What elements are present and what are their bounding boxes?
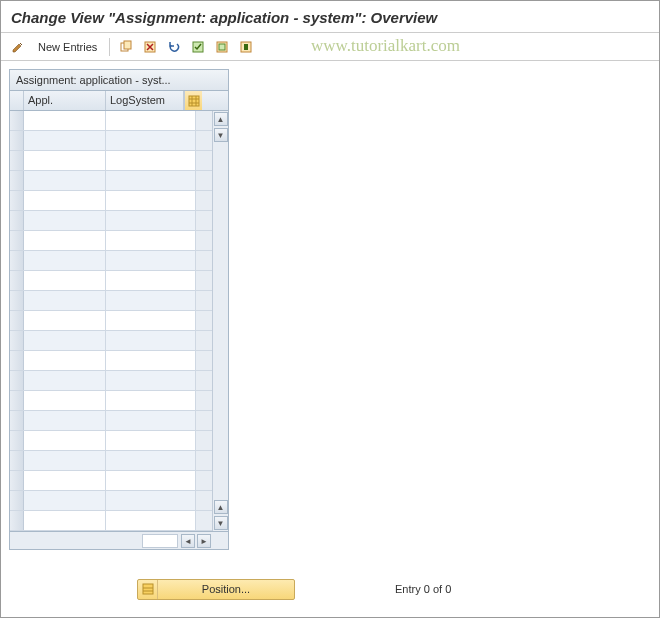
cell-logsystem[interactable]: [106, 491, 196, 510]
row-selector[interactable]: [10, 511, 24, 530]
table-row: [10, 331, 212, 351]
row-selector[interactable]: [10, 431, 24, 450]
position-label: Position...: [158, 583, 294, 595]
row-selector[interactable]: [10, 391, 24, 410]
table-row: [10, 391, 212, 411]
cell-logsystem[interactable]: [106, 251, 196, 270]
scroll-left-icon[interactable]: ◄: [181, 534, 195, 548]
cell-logsystem[interactable]: [106, 191, 196, 210]
cell-logsystem[interactable]: [106, 151, 196, 170]
svg-rect-8: [189, 96, 199, 106]
cell-appl[interactable]: [24, 451, 106, 470]
row-selector[interactable]: [10, 271, 24, 290]
copy-as-icon[interactable]: [115, 37, 137, 57]
row-selector[interactable]: [10, 411, 24, 430]
cell-logsystem[interactable]: [106, 471, 196, 490]
cell-appl[interactable]: [24, 411, 106, 430]
row-selector[interactable]: [10, 451, 24, 470]
row-selector[interactable]: [10, 371, 24, 390]
row-selector[interactable]: [10, 211, 24, 230]
cell-logsystem[interactable]: [106, 291, 196, 310]
cell-logsystem[interactable]: [106, 391, 196, 410]
cell-appl[interactable]: [24, 231, 106, 250]
cell-appl[interactable]: [24, 491, 106, 510]
new-entries-button[interactable]: New Entries: [31, 37, 104, 57]
row-selector[interactable]: [10, 171, 24, 190]
row-selector[interactable]: [10, 151, 24, 170]
row-selector[interactable]: [10, 471, 24, 490]
cell-logsystem[interactable]: [106, 331, 196, 350]
horizontal-scroll-thumb[interactable]: [142, 534, 178, 548]
cell-logsystem[interactable]: [106, 211, 196, 230]
cell-logsystem[interactable]: [106, 511, 196, 530]
deselect-all-icon[interactable]: [235, 37, 257, 57]
toolbar-separator: [109, 38, 110, 56]
toolbar: New Entries www.tutorialkart.com: [1, 33, 659, 61]
row-selector[interactable]: [10, 491, 24, 510]
cell-appl[interactable]: [24, 471, 106, 490]
cell-logsystem[interactable]: [106, 371, 196, 390]
cell-appl[interactable]: [24, 351, 106, 370]
select-all-icon[interactable]: [187, 37, 209, 57]
cell-appl[interactable]: [24, 151, 106, 170]
cell-appl[interactable]: [24, 431, 106, 450]
table-row: [10, 191, 212, 211]
cell-logsystem[interactable]: [106, 351, 196, 370]
cell-logsystem[interactable]: [106, 311, 196, 330]
cell-logsystem[interactable]: [106, 271, 196, 290]
cell-appl[interactable]: [24, 271, 106, 290]
position-icon: [138, 580, 158, 599]
cell-appl[interactable]: [24, 111, 106, 130]
cell-appl[interactable]: [24, 171, 106, 190]
cell-appl[interactable]: [24, 331, 106, 350]
cell-logsystem[interactable]: [106, 431, 196, 450]
cell-logsystem[interactable]: [106, 131, 196, 150]
header-select-all[interactable]: [10, 91, 24, 110]
row-selector[interactable]: [10, 251, 24, 270]
row-selector[interactable]: [10, 331, 24, 350]
scroll-down-icon[interactable]: ▼: [214, 128, 228, 142]
undo-change-icon[interactable]: [163, 37, 185, 57]
table-row: [10, 411, 212, 431]
cell-appl[interactable]: [24, 311, 106, 330]
configure-columns-icon[interactable]: [184, 91, 202, 110]
row-selector[interactable]: [10, 131, 24, 150]
cell-appl[interactable]: [24, 371, 106, 390]
row-selector[interactable]: [10, 291, 24, 310]
position-button[interactable]: Position...: [137, 579, 295, 600]
scroll-down-bottom-icon[interactable]: ▼: [214, 516, 228, 530]
cell-appl[interactable]: [24, 131, 106, 150]
cell-appl[interactable]: [24, 211, 106, 230]
toggle-display-change-icon[interactable]: [7, 37, 29, 57]
vertical-scrollbar: ▲ ▼ ▲ ▼: [212, 111, 228, 531]
row-selector[interactable]: [10, 191, 24, 210]
table-container: Assignment: application - syst... Appl. …: [9, 69, 229, 550]
cell-logsystem[interactable]: [106, 231, 196, 250]
cell-logsystem[interactable]: [106, 111, 196, 130]
scroll-up-icon[interactable]: ▲: [214, 112, 228, 126]
scroll-up-bottom-icon[interactable]: ▲: [214, 500, 228, 514]
delete-icon[interactable]: [139, 37, 161, 57]
table-row: [10, 511, 212, 531]
cell-appl[interactable]: [24, 191, 106, 210]
cell-appl[interactable]: [24, 251, 106, 270]
cell-appl[interactable]: [24, 391, 106, 410]
cell-logsystem[interactable]: [106, 411, 196, 430]
cell-logsystem[interactable]: [106, 451, 196, 470]
row-selector[interactable]: [10, 231, 24, 250]
cell-logsystem[interactable]: [106, 171, 196, 190]
row-selector[interactable]: [10, 311, 24, 330]
cell-appl[interactable]: [24, 511, 106, 530]
table-row: [10, 211, 212, 231]
table-row: [10, 151, 212, 171]
data-grid: Appl. LogSystem ▲ ▼ ▲ ▼ ◄: [10, 91, 228, 549]
table-row: [10, 291, 212, 311]
row-selector[interactable]: [10, 111, 24, 130]
grid-header: Appl. LogSystem: [10, 91, 228, 111]
row-selector[interactable]: [10, 351, 24, 370]
column-header-appl[interactable]: Appl.: [24, 91, 106, 110]
cell-appl[interactable]: [24, 291, 106, 310]
scroll-right-icon[interactable]: ►: [197, 534, 211, 548]
select-block-icon[interactable]: [211, 37, 233, 57]
column-header-logsystem[interactable]: LogSystem: [106, 91, 184, 110]
